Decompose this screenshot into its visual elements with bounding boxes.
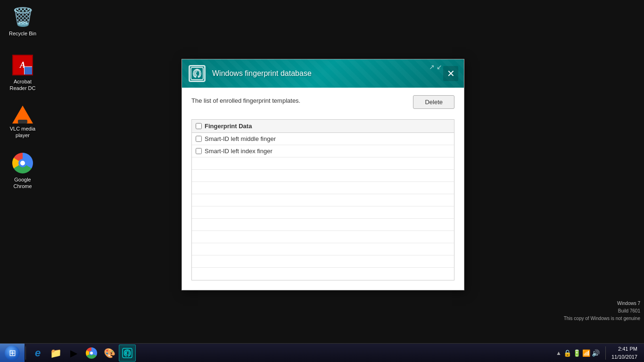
tray-expand-button[interactable]: ▲: [556, 350, 561, 356]
fingerprint-list: Fingerprint Data Smart-ID left middle fi…: [191, 119, 454, 280]
empty-row: [192, 170, 454, 182]
list-header-row: Fingerprint Data: [192, 120, 454, 133]
tray-volume-icon[interactable]: 🔊: [592, 349, 600, 357]
recycle-bin-label: Recycle Bin: [9, 30, 36, 37]
item-label-2: Smart-ID left index finger: [205, 148, 272, 155]
acrobat-label: Acrobat Reader DC: [6, 78, 40, 92]
tray-battery-icon[interactable]: 🔋: [573, 349, 581, 357]
desktop: 🗑️ Recycle Bin A Acrobat Reader DC VLC m…: [0, 0, 644, 343]
delete-button[interactable]: Delete: [413, 95, 454, 109]
empty-row: [192, 243, 454, 255]
tray-signal-icon[interactable]: 📶: [582, 349, 590, 357]
taskbar-paint-icon[interactable]: 🎨: [101, 345, 118, 362]
tray-network-icon[interactable]: 🔒: [563, 349, 571, 357]
dialog-logo: [188, 64, 206, 83]
clock-area[interactable]: 2:41 PM 11/10/2017: [609, 345, 640, 361]
taskbar-icons-area: e 📁 ▶ 🎨: [27, 344, 138, 362]
taskbar-explorer-icon[interactable]: 📁: [47, 345, 64, 362]
taskbar-separator: [25, 346, 26, 360]
windows-notice: Windows 7 Build 7601 This copy of Window…: [564, 300, 640, 322]
taskbar: ⊞ e 📁 ▶ 🎨: [0, 343, 644, 362]
empty-row: [192, 231, 454, 243]
system-tray: ▲ 🔒 🔋 📶 🔊 2:41 PM 11/10/2017: [556, 345, 644, 361]
fp-logo-icon: [189, 65, 206, 82]
dialog-body: The list of enrolled fingerprint templat…: [182, 88, 464, 290]
fingerprint-dialog: ↗↙ Windows fingerprint database ✕: [182, 59, 464, 290]
start-button[interactable]: ⊞: [0, 344, 25, 362]
dialog-close-button[interactable]: ✕: [443, 66, 458, 81]
dialog-header: ↗↙ Windows fingerprint database ✕: [182, 59, 464, 88]
dialog-title: Windows fingerprint database: [212, 69, 312, 78]
clock-time: 2:41 PM: [611, 345, 637, 353]
resize-arrows: ↗↙: [429, 63, 442, 71]
vlc-label: VLC media player: [6, 125, 40, 139]
windows-build: Build 7601: [564, 307, 640, 315]
empty-row: [192, 255, 454, 268]
tray-separator: [605, 346, 606, 360]
item-checkbox-1[interactable]: [196, 136, 202, 142]
acrobat-icon[interactable]: A Acrobat Reader DC: [4, 52, 41, 94]
col-fingerprint-data: Fingerprint Data: [205, 123, 252, 130]
windows-genuine: This copy of Windows is not genuine: [564, 315, 640, 322]
recycle-bin-icon[interactable]: 🗑️ Recycle Bin: [4, 4, 41, 39]
item-label-1: Smart-ID left middle finger: [205, 135, 276, 142]
empty-row: [192, 157, 454, 170]
list-item[interactable]: Smart-ID left middle finger: [192, 133, 454, 145]
taskbar-chrome-icon[interactable]: [83, 345, 100, 362]
list-item[interactable]: Smart-ID left index finger: [192, 145, 454, 157]
start-orb: ⊞: [5, 346, 20, 361]
vlc-icon[interactable]: VLC media player: [4, 99, 41, 141]
empty-row: [192, 206, 454, 219]
empty-row: [192, 219, 454, 231]
empty-row: [192, 194, 454, 206]
empty-row: [192, 268, 454, 280]
taskbar-ie-icon[interactable]: e: [29, 345, 46, 362]
empty-row: [192, 182, 454, 194]
select-all-checkbox[interactable]: [196, 123, 202, 129]
chrome-desktop-icon[interactable]: Google Chrome: [4, 150, 41, 192]
windows-version: Windows 7: [564, 300, 640, 307]
tray-icons-area: 🔒 🔋 📶 🔊: [563, 349, 600, 357]
taskbar-fingerprint-icon[interactable]: [119, 345, 136, 362]
dialog-description: The list of enrolled fingerprint templat…: [191, 97, 300, 104]
taskbar-media-icon[interactable]: ▶: [65, 345, 82, 362]
clock-date: 11/10/2017: [611, 353, 637, 361]
item-checkbox-2[interactable]: [196, 148, 202, 154]
chrome-desktop-label: Google Chrome: [6, 176, 40, 190]
